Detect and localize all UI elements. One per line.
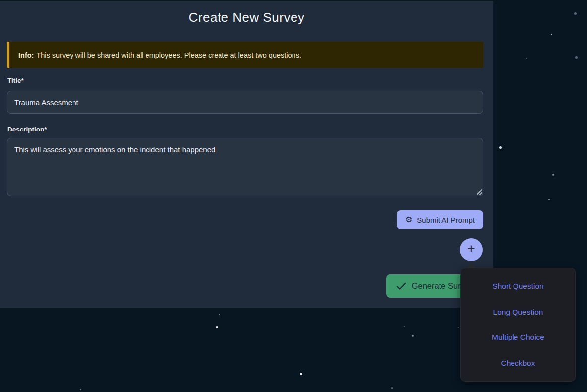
description-label: Description*	[7, 126, 47, 133]
star	[300, 373, 302, 375]
star	[404, 326, 405, 327]
plus-icon: +	[467, 242, 475, 256]
star	[412, 335, 414, 337]
star	[216, 326, 218, 328]
star	[80, 389, 81, 390]
description-textarea[interactable]: This will assess your emotions on the in…	[7, 138, 483, 196]
menu-item-long-question[interactable]: Long Question	[461, 304, 575, 321]
star	[499, 146, 502, 149]
star	[526, 58, 527, 59]
check-icon	[396, 282, 406, 290]
star	[551, 34, 552, 35]
page-title: Create New Survey	[0, 10, 493, 25]
star	[574, 12, 577, 15]
star	[391, 387, 393, 389]
menu-item-checkbox[interactable]: Checkbox	[461, 355, 575, 372]
add-question-button[interactable]: +	[460, 238, 483, 261]
gear-icon: ⚙	[405, 216, 412, 224]
star	[458, 327, 459, 328]
star	[548, 199, 550, 200]
star	[219, 314, 220, 315]
star	[575, 56, 578, 59]
submit-ai-prompt-label: Submit AI Prompt	[417, 216, 475, 224]
info-banner: Info: This survey will be shared with al…	[7, 42, 483, 68]
info-banner-message: This survey will be shared with all empl…	[36, 51, 301, 59]
menu-item-multiple-choice[interactable]: Multiple Choice	[461, 329, 575, 346]
create-survey-panel: Create New Survey Info: This survey will…	[0, 1, 493, 308]
star	[552, 174, 554, 176]
question-type-dropdown: Short Question Long Question Multiple Ch…	[460, 268, 576, 382]
menu-item-short-question[interactable]: Short Question	[461, 278, 575, 295]
title-input[interactable]	[7, 91, 483, 114]
submit-ai-prompt-button[interactable]: ⚙ Submit AI Prompt	[397, 210, 483, 229]
info-banner-prefix: Info:	[18, 51, 34, 59]
title-label: Title*	[7, 77, 24, 84]
